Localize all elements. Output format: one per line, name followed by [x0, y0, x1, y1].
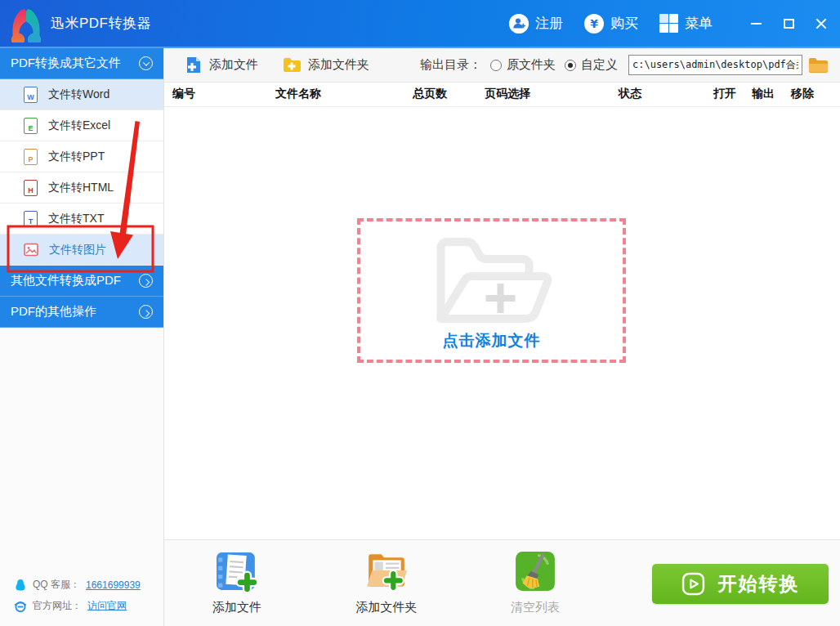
image-icon: [24, 243, 38, 257]
col-page-select: 页码选择: [485, 87, 530, 101]
add-file-button[interactable]: 添加文件: [185, 56, 258, 74]
footer-add-file-label: 添加文件: [188, 600, 286, 615]
chevron-right-icon: [139, 274, 153, 288]
radio-custom-label: 自定义: [581, 57, 618, 73]
output-path-input[interactable]: [628, 55, 802, 75]
add-file-label: 添加文件: [209, 57, 258, 73]
footer-add-folder-label: 添加文件夹: [337, 600, 436, 615]
footer-add-folder-button[interactable]: 添加文件夹: [337, 550, 436, 615]
minimize-button[interactable]: [745, 13, 766, 34]
word-doc-icon: W: [24, 87, 38, 103]
radio-selected-icon[interactable]: [565, 60, 576, 71]
sidebar-item-ppt[interactable]: P 文件转PPT: [0, 141, 163, 172]
menu-grid-icon: [659, 14, 678, 33]
col-status: 状态: [619, 87, 641, 101]
sidebar-section-pdf-ops[interactable]: PDF的其他操作: [0, 297, 163, 328]
footer-add-file-button[interactable]: 添加文件: [188, 550, 286, 615]
app-logo-icon: [7, 5, 45, 42]
qq-number-link[interactable]: 1661699939: [86, 579, 141, 591]
official-site-link[interactable]: 访问官网: [87, 599, 127, 613]
add-file-icon: [185, 56, 202, 74]
qq-label: QQ 客服：: [33, 578, 80, 592]
col-total-pages: 总页数: [413, 87, 447, 101]
start-convert-button[interactable]: 开始转换: [652, 564, 829, 604]
close-button[interactable]: [811, 13, 832, 34]
add-folder-big-icon: [365, 550, 408, 592]
qq-icon: [14, 579, 27, 592]
radio-original-folder[interactable]: 原文件夹: [490, 57, 556, 73]
sidebar: PDF转换成其它文件 W 文件转Word E 文件转Excel P 文件转PPT…: [0, 48, 164, 626]
sidebar-item-excel[interactable]: E 文件转Excel: [0, 110, 163, 141]
output-dir-label: 输出目录：: [420, 57, 481, 73]
menu-button[interactable]: 菜单: [659, 14, 713, 33]
sidebar-item-txt[interactable]: T 文件转TXT: [0, 203, 163, 235]
buy-button[interactable]: ¥ 购买: [584, 14, 638, 34]
html-doc-icon: H: [24, 180, 38, 196]
play-icon: [681, 572, 705, 596]
footer-clear-list-label: 清空列表: [486, 600, 584, 615]
close-icon: [815, 18, 827, 29]
add-file-big-icon: [216, 550, 258, 592]
main-panel: 添加文件 添加文件夹 输出目录： 原文件夹 自定义 编号 文件名称: [164, 48, 840, 626]
menu-label: 菜单: [685, 14, 713, 33]
register-label: 注册: [535, 14, 563, 33]
minimize-icon: [751, 23, 762, 25]
user-plus-icon: [509, 14, 529, 34]
clear-list-icon: [514, 550, 556, 592]
radio-custom[interactable]: 自定义: [565, 57, 618, 73]
buy-label: 购买: [610, 14, 638, 33]
app-title: 迅米PDF转换器: [51, 14, 151, 33]
sidebar-item-html[interactable]: H 文件转HTML: [0, 172, 163, 203]
col-number: 编号: [172, 87, 195, 101]
dropzone-hint: 点击添加文件: [360, 330, 623, 351]
sidebar-section-pdf-to-other[interactable]: PDF转换成其它文件: [0, 48, 163, 79]
browse-folder-button[interactable]: [808, 57, 829, 74]
section-label: 其他文件转换成PDF: [11, 273, 121, 288]
sidebar-item-label: 文件转TXT: [48, 212, 104, 226]
sidebar-item-label: 文件转Word: [48, 87, 109, 102]
site-label: 官方网址：: [33, 599, 82, 613]
dropzone[interactable]: 点击添加文件: [357, 218, 626, 363]
ppt-doc-icon: P: [24, 149, 38, 165]
section-label: PDF转换成其它文件: [11, 56, 121, 71]
col-output: 输出: [752, 87, 775, 101]
browse-folder-icon: [808, 57, 829, 74]
section-label: PDF的其他操作: [11, 304, 96, 320]
sidebar-section-other-to-pdf[interactable]: 其他文件转换成PDF: [0, 266, 163, 297]
open-folder-plus-icon: [424, 234, 559, 330]
footer-clear-list-button[interactable]: 清空列表: [486, 550, 584, 615]
ie-icon: [14, 600, 27, 613]
sidebar-item-label: 文件转HTML: [48, 181, 114, 195]
radio-unselected-icon[interactable]: [490, 60, 502, 71]
col-remove: 移除: [791, 87, 814, 101]
register-button[interactable]: 注册: [509, 14, 563, 34]
col-filename: 文件名称: [275, 87, 321, 101]
toolbar: 添加文件 添加文件夹 输出目录： 原文件夹 自定义: [164, 48, 840, 83]
add-folder-button[interactable]: 添加文件夹: [283, 57, 369, 73]
sidebar-item-label: 文件转Excel: [48, 118, 110, 133]
col-open: 打开: [713, 87, 736, 101]
support-info: QQ 客服： 1661699939 官方网址： 访问官网: [14, 570, 141, 613]
sidebar-item-image[interactable]: 文件转图片: [0, 235, 163, 266]
file-table-header: 编号 文件名称 总页数 页码选择 状态 打开 输出 移除: [164, 83, 840, 107]
add-folder-icon: [283, 57, 301, 73]
add-folder-label: 添加文件夹: [308, 57, 369, 73]
sidebar-item-label: 文件转PPT: [48, 150, 105, 164]
txt-doc-icon: T: [24, 211, 38, 227]
sidebar-item-word[interactable]: W 文件转Word: [0, 79, 163, 110]
titlebar: 迅米PDF转换器 注册 ¥ 购买 菜单: [0, 0, 840, 48]
maximize-button[interactable]: [778, 13, 799, 34]
sidebar-item-label: 文件转图片: [49, 243, 106, 257]
yuan-icon: ¥: [584, 14, 604, 34]
chevron-down-icon: [139, 56, 153, 70]
bottombar: 添加文件 添加文件夹 清: [164, 539, 840, 626]
excel-doc-icon: E: [24, 118, 38, 134]
maximize-icon: [784, 19, 794, 29]
radio-original-label: 原文件夹: [507, 57, 556, 73]
start-convert-label: 开始转换: [718, 571, 800, 597]
chevron-right-icon: [139, 305, 153, 319]
